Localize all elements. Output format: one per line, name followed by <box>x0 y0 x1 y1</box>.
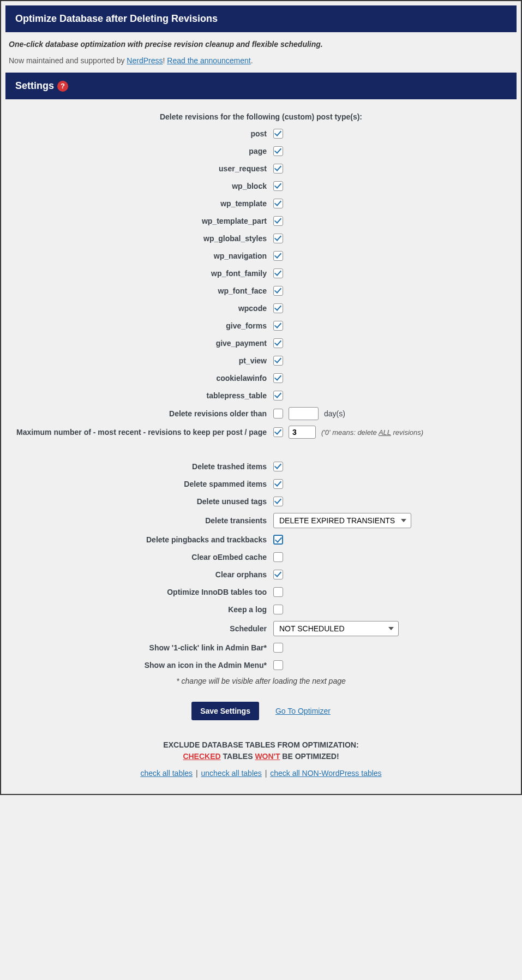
post-type-checkbox[interactable] <box>273 164 283 174</box>
post-type-label: wp_block <box>9 181 273 191</box>
intro-block: One-click database optimization with pre… <box>1 32 521 73</box>
post-type-label: pt_view <box>9 356 273 366</box>
post-type-checkbox[interactable] <box>273 234 283 243</box>
older-than-suffix: day(s) <box>324 409 345 418</box>
post-type-row: wp_template_part <box>9 215 513 227</box>
post-type-row: give_payment <box>9 337 513 349</box>
post-type-checkbox[interactable] <box>273 199 283 208</box>
post-type-checkbox[interactable] <box>273 373 283 383</box>
post-type-row: post <box>9 128 513 140</box>
optimize-innodb-label: Optimize InnoDB tables too <box>9 587 273 597</box>
post-type-checkbox[interactable] <box>273 129 283 139</box>
keep-log-checkbox[interactable] <box>273 605 283 614</box>
asterisk-note: * change will be visible after loading t… <box>9 677 513 685</box>
post-type-row: wp_navigation <box>9 250 513 262</box>
clear-orphans-label: Clear orphans <box>9 570 273 579</box>
post-type-label: give_payment <box>9 338 273 348</box>
max-revisions-label: Maximum number of - most recent - revisi… <box>9 427 273 437</box>
scheduler-label: Scheduler <box>9 624 273 634</box>
check-all-tables-link[interactable]: check all tables <box>140 769 193 778</box>
post-type-label: wp_font_family <box>9 268 273 278</box>
post-type-label: user_request <box>9 164 273 174</box>
post-type-label: wp_template <box>9 199 273 208</box>
delete-spammed-label: Delete spammed items <box>9 479 273 489</box>
uncheck-all-tables-link[interactable]: uncheck all tables <box>201 769 262 778</box>
post-type-label: wpcode <box>9 303 273 313</box>
show-icon-label: Show an icon in the Admin Menu* <box>9 660 273 670</box>
older-than-row: Delete revisions older than day(s) <box>9 407 513 420</box>
show-1click-checkbox[interactable] <box>273 643 283 653</box>
post-type-row: user_request <box>9 163 513 175</box>
older-than-input[interactable] <box>289 407 319 420</box>
delete-trashed-checkbox[interactable] <box>273 462 283 471</box>
post-type-label: wp_template_part <box>9 216 273 226</box>
post-type-label: post <box>9 129 273 139</box>
post-type-checkbox[interactable] <box>273 391 283 401</box>
delete-unused-tags-label: Delete unused tags <box>9 497 273 506</box>
check-nonwp-tables-link[interactable]: check all NON-WordPress tables <box>270 769 381 778</box>
post-type-checkbox[interactable] <box>273 268 283 278</box>
post-type-checkbox[interactable] <box>273 303 283 313</box>
delete-transients-label: Delete transients <box>9 516 273 525</box>
announcement-link[interactable]: Read the announcement <box>167 56 250 65</box>
post-type-row: cookielawinfo <box>9 372 513 384</box>
table-link-row: check all tables | uncheck all tables | … <box>9 769 513 778</box>
post-type-label: cookielawinfo <box>9 373 273 383</box>
post-type-row: wp_global_styles <box>9 232 513 244</box>
nerdpress-link[interactable]: NerdPress <box>127 56 163 65</box>
post-type-label: wp_font_face <box>9 286 273 296</box>
optimize-innodb-checkbox[interactable] <box>273 587 283 597</box>
show-icon-checkbox[interactable] <box>273 660 283 670</box>
settings-form: Delete revisions for the following (cust… <box>1 99 521 794</box>
show-1click-label: Show '1-click' link in Admin Bar* <box>9 643 273 653</box>
post-type-label: page <box>9 146 273 156</box>
delete-trashed-label: Delete trashed items <box>9 462 273 471</box>
post-type-checkbox[interactable] <box>273 286 283 296</box>
delete-unused-tags-checkbox[interactable] <box>273 497 283 506</box>
post-type-row: wp_font_family <box>9 267 513 279</box>
post-type-row: tablepress_table <box>9 390 513 402</box>
maintained-line: Now maintained and supported by NerdPres… <box>9 56 513 65</box>
post-type-label: give_forms <box>9 321 273 331</box>
page-title-bar: Optimize Database after Deleting Revisio… <box>5 5 517 32</box>
exclude-heading: EXCLUDE DATABASE TABLES FROM OPTIMIZATIO… <box>9 739 513 762</box>
post-type-label: wp_global_styles <box>9 234 273 243</box>
post-type-row: wpcode <box>9 302 513 314</box>
max-revisions-input[interactable] <box>289 426 316 439</box>
save-settings-button[interactable]: Save Settings <box>191 702 259 720</box>
help-icon[interactable]: ? <box>57 81 68 92</box>
clear-orphans-checkbox[interactable] <box>273 570 283 579</box>
delete-transients-select[interactable]: DELETE EXPIRED TRANSIENTS <box>273 513 411 528</box>
post-type-row: pt_view <box>9 355 513 367</box>
tagline: One-click database optimization with pre… <box>9 40 513 49</box>
settings-title-bar: Settings ? <box>5 73 517 99</box>
settings-title: Settings <box>15 80 54 92</box>
post-type-row: wp_template <box>9 198 513 210</box>
post-type-checkbox[interactable] <box>273 321 283 331</box>
max-revisions-hint: ('0' means: delete ALL revisions) <box>321 428 423 437</box>
delete-pingbacks-label: Delete pingbacks and trackbacks <box>9 535 273 545</box>
delete-pingbacks-checkbox[interactable] <box>273 535 283 545</box>
page-title: Optimize Database after Deleting Revisio… <box>15 13 218 24</box>
post-type-checkbox[interactable] <box>273 251 283 261</box>
clear-oembed-checkbox[interactable] <box>273 552 283 562</box>
max-revisions-checkbox[interactable] <box>273 427 283 437</box>
keep-log-label: Keep a log <box>9 605 273 614</box>
post-type-row: wp_font_face <box>9 285 513 297</box>
scheduler-select[interactable]: NOT SCHEDULED <box>273 621 399 636</box>
post-type-checkbox[interactable] <box>273 216 283 226</box>
post-types-heading: Delete revisions for the following (cust… <box>9 112 513 121</box>
post-type-label: tablepress_table <box>9 391 273 401</box>
post-type-checkbox[interactable] <box>273 146 283 156</box>
post-type-checkbox[interactable] <box>273 181 283 191</box>
clear-oembed-label: Clear oEmbed cache <box>9 552 273 562</box>
post-type-row: give_forms <box>9 320 513 332</box>
post-type-label: wp_navigation <box>9 251 273 261</box>
delete-spammed-checkbox[interactable] <box>273 479 283 489</box>
goto-optimizer-link[interactable]: Go To Optimizer <box>275 707 331 715</box>
max-revisions-row: Maximum number of - most recent - revisi… <box>9 426 513 439</box>
post-type-checkbox[interactable] <box>273 356 283 366</box>
post-type-checkbox[interactable] <box>273 338 283 348</box>
post-type-row: wp_block <box>9 180 513 192</box>
older-than-checkbox[interactable] <box>273 409 283 419</box>
